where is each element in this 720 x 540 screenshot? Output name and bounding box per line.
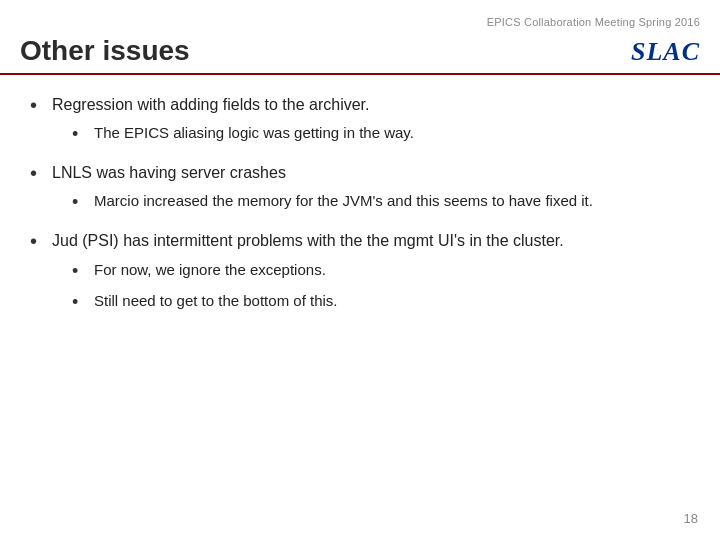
bullet-dot-1: • xyxy=(30,91,52,120)
page-number: 18 xyxy=(684,511,698,526)
content-area: • Regression with adding fields to the a… xyxy=(0,75,720,339)
sub-text-3-2: Still need to get to the bottom of this. xyxy=(94,290,690,312)
sub-text-1-1: The EPICS aliasing logic was getting in … xyxy=(94,122,690,144)
slac-logo: SLAC xyxy=(631,37,700,67)
slide: EPICS Collaboration Meeting Spring 2016 … xyxy=(0,0,720,540)
bullet-sub-2-1: • Marcio increased the memory for the JV… xyxy=(72,190,690,215)
bullet-text-1: Regression with adding fields to the arc… xyxy=(52,93,690,147)
bullet-item-2: • LNLS was having server crashes • Marci… xyxy=(30,161,690,215)
bullet-label-1: Regression with adding fields to the arc… xyxy=(52,96,370,113)
bullet-sub-3-2: • Still need to get to the bottom of thi… xyxy=(72,290,690,315)
title-row: Other issues SLAC xyxy=(0,32,720,75)
header-area: EPICS Collaboration Meeting Spring 2016 xyxy=(0,0,720,30)
sub-text-3-1: For now, we ignore the exceptions. xyxy=(94,259,690,281)
bullet-sub-3-1: • For now, we ignore the exceptions. xyxy=(72,259,690,284)
bullet-dot-2: • xyxy=(30,159,52,188)
bullet-text-2: LNLS was having server crashes • Marcio … xyxy=(52,161,690,215)
conference-label: EPICS Collaboration Meeting Spring 2016 xyxy=(487,16,700,28)
sub-dot-3-2: • xyxy=(72,289,94,315)
bullet-item-3: • Jud (PSI) has intermittent problems wi… xyxy=(30,229,690,314)
bullet-item-1: • Regression with adding fields to the a… xyxy=(30,93,690,147)
sub-text-2-1: Marcio increased the memory for the JVM'… xyxy=(94,190,690,212)
bullet-sub-1-1: • The EPICS aliasing logic was getting i… xyxy=(72,122,690,147)
bullet-text-3: Jud (PSI) has intermittent problems with… xyxy=(52,229,690,314)
sub-dot-1-1: • xyxy=(72,121,94,147)
sub-dot-3-1: • xyxy=(72,258,94,284)
sub-dot-2-1: • xyxy=(72,189,94,215)
bullet-label-3: Jud (PSI) has intermittent problems with… xyxy=(52,232,564,249)
bullet-dot-3: • xyxy=(30,227,52,256)
bullet-label-2: LNLS was having server crashes xyxy=(52,164,286,181)
slide-title: Other issues xyxy=(20,36,190,67)
